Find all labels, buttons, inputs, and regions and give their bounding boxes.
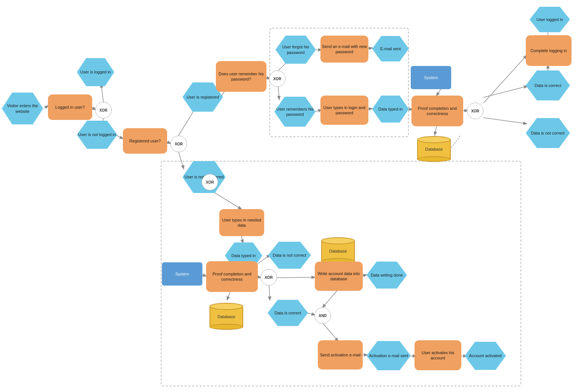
svg-line-32 bbox=[227, 291, 230, 300]
svg-line-0 bbox=[44, 106, 48, 108]
xor4-node: XOR bbox=[467, 103, 483, 119]
system-bottom-node: System bbox=[162, 262, 202, 286]
user-activates-node: User activates his account bbox=[414, 340, 461, 370]
proof-completion-top-node: Proof completion and correctness bbox=[411, 96, 463, 126]
svg-line-40 bbox=[323, 323, 338, 341]
svg-line-2 bbox=[101, 84, 103, 102]
xor5-node: XOR bbox=[260, 269, 277, 286]
database-top-node: Database bbox=[415, 133, 453, 165]
svg-line-41 bbox=[323, 290, 337, 307]
and-node: AND bbox=[314, 307, 331, 324]
does-user-remember-node: Does user remember his password? bbox=[216, 61, 266, 92]
xor2-node: XOR bbox=[171, 136, 187, 152]
xor1-node: XOR bbox=[95, 102, 112, 118]
diagram-container: Visitor enters the website Logged in use… bbox=[0, 0, 576, 392]
svg-line-36 bbox=[269, 286, 270, 300]
svg-line-35 bbox=[277, 277, 315, 278]
svg-line-22 bbox=[483, 86, 527, 97]
database-bottom-node: Database bbox=[208, 300, 245, 333]
write-account-data-node: Write account data into database bbox=[315, 262, 363, 291]
svg-line-23 bbox=[483, 118, 527, 124]
send-email-node: Send an e-mail with new password bbox=[320, 36, 368, 63]
complete-logging-in-node: Complete logging in bbox=[526, 35, 572, 66]
user-types-needed-node: User types in needed data bbox=[219, 209, 264, 236]
user-types-login-node: User types in login and password bbox=[320, 96, 368, 125]
logged-in-user-node: Logged in user? bbox=[48, 94, 92, 120]
svg-line-29 bbox=[241, 235, 243, 243]
xor-not-registered-node: XOR bbox=[202, 174, 218, 190]
system-top-node: System bbox=[411, 66, 451, 89]
svg-line-7 bbox=[178, 151, 184, 169]
svg-line-39 bbox=[307, 313, 315, 315]
registered-user-node: Registered user? bbox=[123, 128, 167, 154]
send-activation-email-node: Send activation e-mail bbox=[318, 340, 363, 370]
proof-completion-bottom-node: Proof completion and correctness bbox=[206, 261, 258, 292]
xor3-node: XOR bbox=[269, 70, 286, 87]
